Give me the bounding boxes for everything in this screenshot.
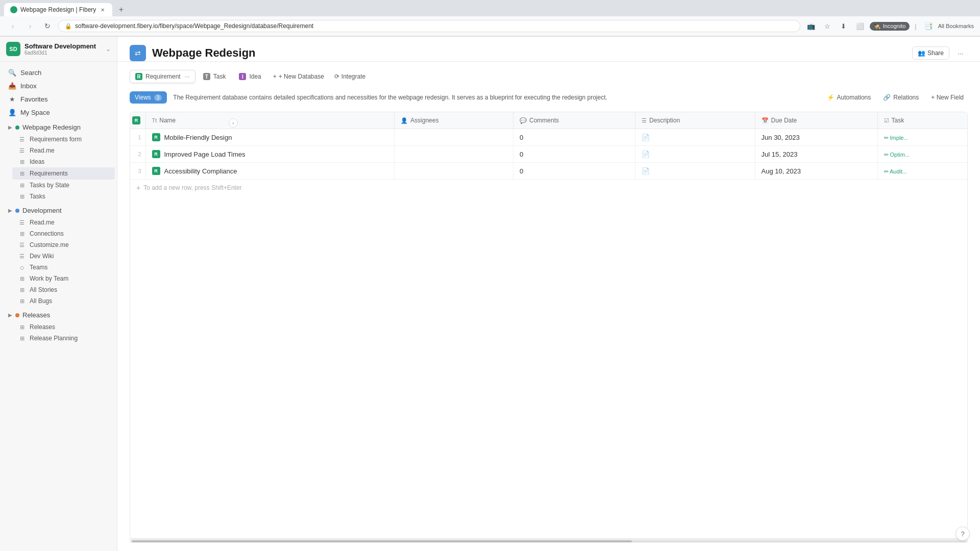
incognito-button[interactable]: 🕵 Incognito [870, 22, 910, 31]
row-task-cell[interactable]: ✏ Imple... [877, 129, 967, 146]
sidebar-child-tasks[interactable]: ⊞ Tasks [12, 191, 115, 202]
more-button[interactable]: ··· [953, 46, 968, 60]
integrate-button[interactable]: ⟳ Integrate [330, 70, 370, 83]
relations-button[interactable]: 🔗 Relations [879, 92, 923, 103]
workspace-header[interactable]: SD Software Development 6ad8d3d1 ⌄ [0, 37, 117, 62]
address-bar[interactable]: 🔒 software-development.fibery.io/fibery/… [58, 20, 800, 32]
stories-icon: ⊞ [18, 286, 26, 293]
sidebar-child-work-by-team[interactable]: ⊞ Work by Team [12, 273, 115, 284]
row-name-cell[interactable]: R Mobile-Friendly Design [145, 129, 395, 146]
sidebar-child-ideas[interactable]: ⊞ Ideas [12, 156, 115, 167]
requirement-tab-more-icon[interactable]: ··· [185, 73, 190, 80]
name-col-label: Name [159, 117, 176, 124]
dev-readme-label: Read.me [30, 219, 55, 226]
sidebar-child-teams[interactable]: ◇ Teams [12, 262, 115, 273]
sidebar-child-dev-wiki[interactable]: ☰ Dev Wiki [12, 251, 115, 262]
section-header-webpage-redesign[interactable]: ▶ Webpage Redesign [2, 121, 115, 134]
back-button[interactable]: ‹ [6, 19, 19, 33]
sidebar-toggle-button[interactable]: ‹ [229, 118, 238, 128]
section-header-development[interactable]: ▶ Development [2, 204, 115, 217]
share-button[interactable]: 👥 Share [912, 46, 949, 60]
tasks-label: Tasks [30, 193, 45, 200]
tab-close-button[interactable]: ✕ [99, 6, 106, 13]
table-body: 1 R Mobile-Friendly Design 0 📄 Jun 30, 2… [130, 129, 967, 180]
th-due-date[interactable]: 📅 Due Date [755, 112, 877, 129]
tab-requirement[interactable]: R Requirement ··· [130, 70, 195, 83]
bookmarks-sidebar-button[interactable]: 📑 [922, 19, 935, 33]
task-link[interactable]: ✏ Imple... [884, 135, 909, 141]
sidebar-child-requirements-form[interactable]: ☰ Requirements form [12, 134, 115, 145]
new-field-button[interactable]: + New Field [927, 92, 968, 103]
req-row-icon: R [152, 133, 160, 141]
th-assignees[interactable]: 👤 Assignees [395, 112, 513, 129]
th-task[interactable]: ☑ Task [877, 112, 967, 129]
section-dot-blue [15, 209, 19, 213]
row-name-cell[interactable]: R Accessibility Compliance [145, 163, 395, 180]
release-planning-label: Release Planning [30, 335, 78, 342]
sidebar-child-all-stories[interactable]: ⊞ All Stories [12, 284, 115, 295]
sidebar-child-readme[interactable]: ☰ Read.me [12, 145, 115, 156]
table-row[interactable]: 3 R Accessibility Compliance 0 📄 Aug 10,… [130, 163, 967, 180]
automations-button[interactable]: ⚡ Automations [823, 92, 875, 103]
download-button[interactable]: ⬇ [837, 19, 850, 33]
sidebar-child-requirements[interactable]: ⊞ Requirements ··· [12, 167, 115, 180]
th-comments[interactable]: 💬 Comments [513, 112, 635, 129]
sidebar-child-release-planning[interactable]: ⊞ Release Planning [12, 333, 115, 344]
table-row[interactable]: 2 R Improved Page Load Times 0 📄 Jul 15,… [130, 146, 967, 163]
row-name-cell[interactable]: R Improved Page Load Times [145, 146, 395, 163]
table-row[interactable]: 1 R Mobile-Friendly Design 0 📄 Jun 30, 2… [130, 129, 967, 146]
views-button[interactable]: Views 3 [130, 91, 167, 104]
row-description-cell[interactable]: 📄 [635, 163, 755, 180]
grid-icon-req: ⊞ [18, 170, 26, 177]
row-task-cell[interactable]: ✏ Optim... [877, 146, 967, 163]
description-text: The Requirement database contains detail… [173, 93, 816, 102]
th-name[interactable]: Tt Name [145, 112, 395, 129]
active-tab[interactable]: Webpage Redesign | Fibery ✕ [4, 3, 112, 16]
sidebar-item-inbox[interactable]: 📥 Inbox [2, 79, 115, 92]
row-description-cell[interactable]: 📄 [635, 146, 755, 163]
sidebar-child-tasks-by-state[interactable]: ⊞ Tasks by State [12, 180, 115, 191]
reload-button[interactable]: ↻ [41, 19, 54, 33]
tab-idea[interactable]: I Idea [233, 70, 266, 83]
sidebar-child-releases[interactable]: ⊞ Releases [12, 321, 115, 333]
teams-icon: ◇ [18, 264, 26, 271]
new-tab-button[interactable]: + [114, 3, 128, 16]
add-database-button[interactable]: + + New Database [269, 70, 328, 83]
star-icon: ★ [8, 95, 16, 103]
sidebar-child-dev-readme[interactable]: ☰ Read.me [12, 217, 115, 228]
cast-button[interactable]: 📺 [804, 19, 818, 33]
inbox-label: Inbox [20, 82, 37, 90]
row-assignees-cell[interactable] [395, 146, 513, 163]
row-description-cell[interactable]: 📄 [635, 129, 755, 146]
sidebar-child-connections[interactable]: ⊞ Connections [12, 228, 115, 239]
row-assignees-cell[interactable] [395, 163, 513, 180]
add-row-hint[interactable]: + To add a new row, press Shift+Enter [130, 180, 967, 196]
sidebar: SD Software Development 6ad8d3d1 ⌄ 🔍 Sea… [0, 37, 117, 551]
task-link[interactable]: ✏ Optim... [884, 152, 910, 158]
row-due-date-cell: Jul 15, 2023 [755, 146, 877, 163]
tab-task[interactable]: T Task [198, 70, 232, 83]
th-description[interactable]: ☰ Description [635, 112, 755, 129]
help-button[interactable]: ? [955, 527, 970, 541]
section-webpage-redesign: ▶ Webpage Redesign ☰ Requirements form ☰… [0, 121, 117, 202]
requirements-more-icon[interactable]: ··· [101, 169, 109, 178]
section-header-releases[interactable]: ▶ Releases [2, 309, 115, 321]
sidebar-child-customize[interactable]: ☰ Customize.me [12, 239, 115, 251]
sidebar-child-all-bugs[interactable]: ⊞ All Bugs [12, 295, 115, 307]
workspace-chevron-icon[interactable]: ⌄ [106, 45, 111, 53]
section-collapse-icon: ▶ [8, 124, 12, 130]
horizontal-scrollbar[interactable] [130, 539, 968, 543]
extensions-button[interactable]: ⬜ [853, 19, 867, 33]
share-label: Share [927, 49, 944, 57]
sidebar-item-favorites[interactable]: ★ Favorites [2, 92, 115, 106]
sidebar-item-my-space[interactable]: 👤 My Space [2, 106, 115, 119]
sidebar-item-search[interactable]: 🔍 Search [2, 66, 115, 79]
releases-icon: ⊞ [18, 323, 26, 331]
task-link[interactable]: ✏ Audit... [884, 168, 908, 174]
row-number: 2 [130, 146, 145, 163]
row-task-cell[interactable]: ✏ Audit... [877, 163, 967, 180]
bookmark-button[interactable]: ☆ [821, 19, 834, 33]
forward-button[interactable]: › [23, 19, 37, 33]
row-assignees-cell[interactable] [395, 129, 513, 146]
requirements-label: Requirements [30, 170, 68, 177]
